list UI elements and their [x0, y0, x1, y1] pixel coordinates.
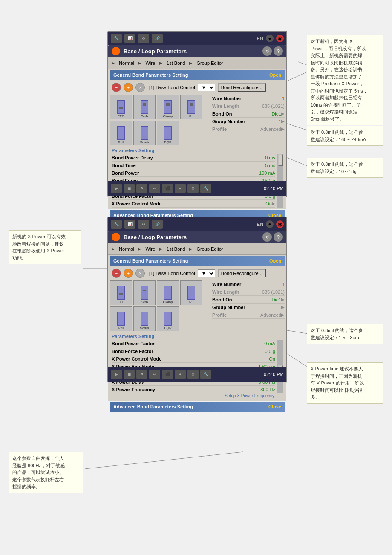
param-row-xpower-freq-2: X Power Frequency 800 Hz: [112, 386, 275, 393]
nav-wire-2[interactable]: Wire: [143, 246, 158, 252]
bt-icon-7-1[interactable]: ⚙: [187, 184, 199, 193]
nav-groupeditor-2[interactable]: Group Editor: [194, 246, 225, 252]
params-section-1: Parameters Setting Bond Power Delay 0 ms…: [108, 146, 286, 209]
wire-length-label-2: Wire Length: [212, 289, 251, 295]
nav-firstbond-1[interactable]: 1st Bond: [164, 60, 187, 66]
bond-control-label-1: [1] Base Bond Control: [149, 85, 195, 90]
power-btn-2[interactable]: ◉: [276, 220, 284, 228]
icon-row-top-2: EFO Scrb Clamp R: [110, 280, 208, 305]
nav-arrow-wire-2: ▶: [138, 247, 141, 251]
bqr-icon-2: BQR: [157, 306, 179, 331]
setup-link-2[interactable]: Setup X Power Frequency: [112, 393, 283, 399]
bond-on-label-2: Bond On: [212, 297, 247, 302]
profile-label-2: Profile: [212, 312, 247, 318]
nav-normal-1[interactable]: Normal: [116, 60, 136, 66]
panel-help-btn-1[interactable]: ?: [274, 46, 283, 56]
bt-icon-5-2[interactable]: ⬛: [162, 370, 173, 379]
annotation-text-3: 对于 0.8mil 的线，这个参数建议设定：160～240mA: [311, 130, 366, 142]
scrollbar-thumb-1[interactable]: [278, 154, 283, 166]
right-info-panel-2: Wire Number 1 Wire Length 635 (1021) Bon…: [210, 280, 285, 331]
profile-label-1: Profile: [212, 127, 247, 132]
bt-icon-7-2[interactable]: ⚙: [187, 370, 199, 379]
panel-help-btn-2[interactable]: ?: [274, 232, 283, 242]
wire-number-row-1: Wire Number 1: [212, 95, 285, 102]
scrb-icon-2: Scrb: [133, 280, 156, 305]
bt-icon-6-1[interactable]: ●: [175, 184, 186, 193]
nav-normal-2[interactable]: Normal: [116, 246, 136, 252]
param-row-bond-power-1: Bond Power 190 mA: [112, 169, 275, 177]
toolbar-icon-3: ⚙: [138, 34, 149, 43]
bt-icon-5-1[interactable]: ⬛: [162, 184, 173, 193]
bt-icon-2-2[interactable]: ⏹: [124, 370, 135, 379]
nav-firstbond-2[interactable]: 1st Bond: [164, 246, 187, 252]
param-value-6-2: 800 Hz: [241, 387, 275, 392]
en-label-2: EN: [257, 222, 263, 227]
group-number-value-1: 1: [247, 119, 281, 124]
annotation-text-7: 这个参数自由发挥，个人经验是 800Hz，对于敏感的产品，可以尝试放小。这个参数…: [12, 456, 65, 489]
param-name-0-1: Bond Power Delay: [112, 155, 241, 160]
bt-icon-8-2[interactable]: 🔧: [200, 370, 211, 379]
nav-wire-1[interactable]: Wire: [143, 60, 158, 66]
power-btn-1[interactable]: ◉: [276, 35, 284, 42]
open-btn-1[interactable]: Open: [269, 72, 281, 78]
bond-on-row-2: Bond On Die1 ▶: [212, 296, 285, 304]
toolbar-icon-3-2: ⚙: [138, 220, 149, 229]
bottom-toolbar-1: ▶ ⏹ ⚑ ↩ ⬛ ● ⚙ 🔧 02:40 PM: [108, 181, 286, 196]
bt-icon-6-2[interactable]: ●: [175, 370, 186, 379]
bt-icon-8-1[interactable]: 🔧: [200, 184, 211, 193]
scrub2-icon-2: Scrub: [133, 306, 156, 331]
annotation-box-6: X Power time 建议不要大于焊接时间，正因为新机有 X Power 的…: [307, 362, 383, 404]
param-value-6-1: On: [238, 201, 272, 206]
bond-on-label-1: Bond On: [212, 111, 247, 116]
open-btn-2[interactable]: Open: [269, 258, 281, 263]
bt-icon-4-2[interactable]: ↩: [149, 370, 160, 379]
bond-ctrl-btn-red-2[interactable]: −: [112, 269, 121, 278]
bt-icon-1-1[interactable]: ▶: [111, 184, 122, 193]
scrb-icon: Scrb: [133, 95, 156, 119]
profile-value-2: Advanced: [247, 312, 281, 318]
bond-control-select-1[interactable]: ▼: [198, 84, 215, 91]
bond-ctrl-btn-orange-2[interactable]: +: [124, 269, 133, 278]
bond-ctrl-btn-orange-1[interactable]: +: [124, 83, 133, 92]
close-btn-2[interactable]: Close: [268, 404, 281, 409]
panel2: 🔧 📊 ⚙ 🔗 EN ● ◉ Base / Loop Parameters ↺ …: [107, 217, 287, 383]
toolbar-icon-4: 🔗: [152, 34, 163, 43]
advanced-label-2: Advanced Bond Parameters Setting: [113, 404, 193, 409]
bt-icon-2-1[interactable]: ⏹: [124, 184, 135, 193]
efo-icon-2: EFO: [110, 280, 132, 305]
annotation-box-4: 对于 0.8mil 的线，这个参数建议设定：10～18g: [307, 158, 383, 178]
wire-number-label-2: Wire Number: [212, 282, 251, 287]
bond-reconfigure-btn-1[interactable]: Bond Reconfigure...: [218, 83, 266, 92]
annotation-text-5: 对于 0.8mil 的线，这个参数建议设定：1.5～3um: [311, 328, 363, 340]
param-name-0-2: Bond Power Factor: [112, 341, 241, 346]
bt-icon-1-2[interactable]: ▶: [111, 370, 122, 379]
nav-groupeditor-1[interactable]: Group Editor: [194, 60, 225, 66]
bond-control-label-2: [1] Base Bond Control: [149, 271, 195, 276]
rail-icon-2: Rail: [110, 306, 132, 331]
param-value-0-1: 0 ms: [241, 155, 275, 160]
bond-ctrl-btn-gray-1[interactable]: ×: [135, 83, 145, 92]
bond-ctrl-btn-gray-2[interactable]: ×: [135, 269, 145, 278]
profile-row-1: Profile Advanced ▶: [212, 125, 285, 133]
bt-icon-3-1[interactable]: ⚑: [136, 184, 147, 193]
wire-length-label-1: Wire Length: [212, 104, 251, 109]
wire-number-row-2: Wire Number 1: [212, 280, 285, 288]
bt-icon-3-2[interactable]: ⚑: [136, 370, 147, 379]
nav-bar-1: ▶ Normal ▶ Wire ▶ 1st Bond ▶ Group Edito…: [108, 57, 286, 69]
param-name-1-1: Bond Time: [112, 163, 241, 168]
icon-row-bottom-2: Rail Scrub BQR: [110, 306, 208, 331]
bond-reconfigure-btn-2[interactable]: Bond Reconfigure...: [218, 269, 266, 278]
icon-row-top-1: EFO Scrb: [110, 95, 208, 119]
annotation-box-5: 对于 0.8mil 的线，这个参数建议设定：1.5～3um: [307, 324, 383, 344]
icon-row-bottom-1: Rail Scrub BQR: [110, 121, 208, 145]
panel1: 🔧 📊 ⚙ 🔗 EN ● ◉ Base / Loop Parameters ↺ …: [107, 31, 287, 197]
panel-refresh-btn-1[interactable]: ↺: [262, 46, 272, 56]
wire-length-row-2: Wire Length 635 (1021): [212, 288, 285, 296]
bond-control-select-2[interactable]: ▼: [198, 269, 215, 277]
general-section-label-1: General Bond Parameters Setting: [113, 72, 188, 78]
bond-ctrl-btn-red-1[interactable]: −: [112, 83, 121, 92]
top-toolbar-2: 🔧 📊 ⚙ 🔗 EN ● ◉: [108, 217, 286, 231]
general-section-header-1: General Bond Parameters Setting Open: [110, 70, 285, 80]
panel-refresh-btn-2[interactable]: ↺: [262, 232, 272, 242]
bt-icon-4-1[interactable]: ↩: [149, 184, 160, 193]
